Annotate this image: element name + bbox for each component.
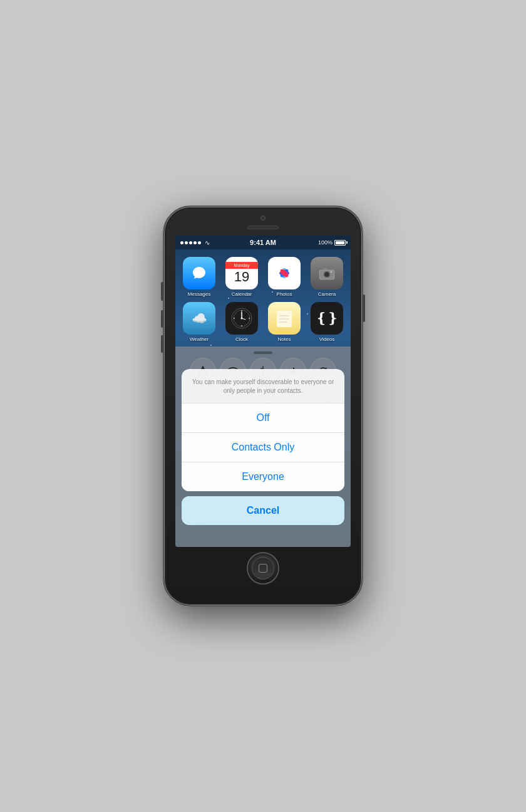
app-notes[interactable]: Notes bbox=[266, 302, 303, 342]
camera-icon bbox=[311, 257, 343, 289]
svg-rect-12 bbox=[324, 268, 327, 270]
signal-area: ∿ bbox=[180, 239, 210, 246]
battery-area: 100% bbox=[318, 239, 346, 246]
signal-dot-5 bbox=[198, 241, 201, 244]
phone-device: ∿ 9:41 AM 100% Messages bbox=[163, 206, 363, 606]
app-photos[interactable]: Photos bbox=[266, 257, 303, 297]
app-camera[interactable]: Camera bbox=[308, 257, 346, 297]
action-sheet-cancel-section: Cancel bbox=[182, 496, 344, 525]
clock-label: Clock bbox=[235, 336, 248, 342]
clock-icon bbox=[225, 302, 258, 335]
battery-fill bbox=[336, 241, 344, 244]
signal-dot-1 bbox=[180, 241, 183, 244]
notes-label: Notes bbox=[278, 336, 291, 342]
app-grid: Messages Monday 19 Calendar bbox=[175, 249, 351, 350]
front-camera bbox=[260, 216, 266, 221]
control-center: ☀ ☀ You can make yourself discoverable t… bbox=[175, 346, 351, 547]
photos-icon bbox=[268, 257, 301, 289]
svg-point-18 bbox=[241, 318, 243, 320]
option-contacts-only[interactable]: Contacts Only bbox=[182, 433, 344, 462]
home-button-inner bbox=[252, 557, 274, 580]
signal-dot-2 bbox=[185, 241, 188, 244]
battery-icon bbox=[334, 240, 346, 246]
app-messages[interactable]: Messages bbox=[180, 257, 218, 297]
videos-icon: ❴❵ bbox=[311, 302, 343, 335]
status-bar: ∿ 9:41 AM 100% bbox=[175, 236, 351, 249]
home-button-icon bbox=[259, 564, 267, 573]
volume-up-button[interactable] bbox=[161, 310, 163, 328]
photos-label: Photos bbox=[277, 291, 292, 297]
camera-label: Camera bbox=[318, 291, 336, 297]
wifi-icon: ∿ bbox=[205, 239, 210, 246]
videos-label: Videos bbox=[319, 336, 334, 342]
action-sheet-description: You can make yourself discoverable to ev… bbox=[182, 369, 344, 403]
phone-screen: ∿ 9:41 AM 100% Messages bbox=[175, 236, 351, 547]
calendar-label: Calendar bbox=[232, 291, 252, 297]
option-off[interactable]: Off bbox=[182, 403, 344, 433]
app-clock[interactable]: Clock bbox=[223, 302, 260, 342]
cancel-button[interactable]: Cancel bbox=[182, 496, 344, 525]
calendar-month: Monday bbox=[225, 262, 258, 269]
signal-dot-3 bbox=[189, 241, 192, 244]
notes-icon bbox=[268, 302, 301, 335]
calendar-icon: Monday 19 bbox=[225, 257, 258, 289]
status-time: 9:41 AM bbox=[250, 239, 276, 246]
battery-percentage: 100% bbox=[318, 239, 333, 246]
option-everyone[interactable]: Everyone bbox=[182, 462, 344, 491]
signal-strength bbox=[180, 241, 201, 244]
svg-point-11 bbox=[325, 273, 329, 277]
home-button[interactable] bbox=[247, 552, 279, 585]
weather-icon: ☁️ bbox=[183, 302, 215, 335]
volume-down-button[interactable] bbox=[161, 335, 163, 353]
messages-icon bbox=[183, 257, 215, 289]
speaker-grille bbox=[247, 226, 279, 229]
app-calendar[interactable]: Monday 19 Calendar bbox=[223, 257, 260, 297]
messages-label: Messages bbox=[188, 291, 210, 297]
action-sheet-options: You can make yourself discoverable to ev… bbox=[182, 369, 344, 491]
app-videos[interactable]: ❴❵ Videos bbox=[308, 302, 346, 342]
app-weather[interactable]: ☁️ Weather bbox=[180, 302, 218, 342]
calendar-day: 19 bbox=[234, 269, 249, 285]
power-button[interactable] bbox=[363, 294, 365, 322]
svg-point-13 bbox=[331, 271, 333, 273]
signal-dot-4 bbox=[193, 241, 197, 244]
action-sheet: You can make yourself discoverable to ev… bbox=[182, 369, 344, 525]
weather-label: Weather bbox=[190, 336, 209, 342]
